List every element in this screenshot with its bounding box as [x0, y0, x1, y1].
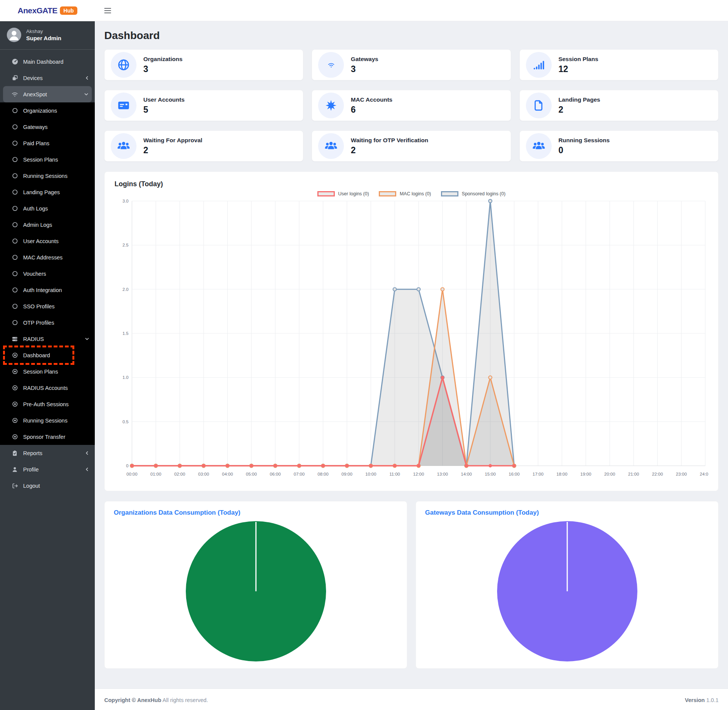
legend-item[interactable]: MAC logins (0) [379, 191, 431, 196]
burst-icon [318, 93, 344, 118]
data-point-marker [417, 464, 420, 468]
sidebar-item-vouchers[interactable]: Vouchers [0, 265, 95, 282]
stat-card-value: 3 [351, 64, 378, 74]
sidebar-item-devices[interactable]: Devices [0, 70, 95, 86]
stat-card-label: Gateways [351, 56, 378, 63]
stat-card-running-sessions[interactable]: Running Sessions0 [519, 130, 719, 162]
main-content: Dashboard Organizations3Gateways3Session… [95, 21, 728, 710]
stat-card-label: Waiting For Approval [143, 137, 202, 144]
hamburger-menu-icon[interactable] [104, 8, 111, 13]
stat-card-session-plans[interactable]: Session Plans12 [519, 49, 719, 80]
wifi-icon [318, 52, 344, 78]
sidebar-item-otp-profiles[interactable]: OTP Profiles [0, 314, 95, 331]
stat-card-value: 2 [351, 145, 428, 156]
legend-label: Sponsored logins (0) [462, 191, 505, 196]
stat-card-value: 5 [143, 105, 185, 115]
stat-card-organizations[interactable]: Organizations3 [104, 49, 303, 80]
sidebar-item-running-sessions[interactable]: Running Sessions [0, 412, 95, 429]
dot-circle-icon [11, 368, 18, 375]
data-point-marker [513, 464, 516, 468]
stat-card-label: Organizations [143, 56, 182, 63]
sidebar-item-logout[interactable]: Logout [0, 478, 95, 494]
chart-legend: User logins (0)MAC logins (0)Sponsored l… [115, 191, 708, 196]
sidebar-item-session-plans[interactable]: Session Plans [0, 151, 95, 168]
stat-card-waiting-for-approval[interactable]: Waiting For Approval2 [104, 130, 303, 162]
dot-circle-icon [11, 417, 18, 424]
footer-version: Version 1.0.1 [685, 697, 719, 703]
legend-label: User logins (0) [338, 191, 369, 196]
chevron-down-icon [84, 92, 89, 97]
stat-card-waiting-for-otp-verification[interactable]: Waiting for OTP Verification2 [312, 130, 511, 162]
circle-icon [11, 107, 18, 114]
sidebar-item-sponsor-transfer[interactable]: Sponsor Transfer [0, 429, 95, 445]
circle-icon [11, 270, 18, 277]
svg-text:18:00: 18:00 [557, 472, 568, 476]
stat-card-gateways[interactable]: Gateways3 [312, 49, 511, 80]
devices-icon [11, 75, 18, 82]
sidebar-item-label: Sponsor Transfer [23, 434, 65, 440]
sidebar-item-running-sessions[interactable]: Running Sessions [0, 168, 95, 184]
avatar [7, 28, 21, 42]
data-point-marker [489, 376, 492, 379]
legend-item[interactable]: Sponsored logins (0) [441, 191, 505, 196]
chevron-left-icon [85, 451, 89, 456]
line-chart-svg: 00.51.01.52.02.53.000:0001:0002:0003:000… [115, 197, 708, 485]
sidebar-item-gateways[interactable]: Gateways [0, 119, 95, 135]
sidebar-item-sso-profiles[interactable]: SSO Profiles [0, 298, 95, 314]
svg-text:07:00: 07:00 [294, 472, 305, 476]
svg-text:09:00: 09:00 [342, 472, 353, 476]
svg-text:20:00: 20:00 [604, 472, 615, 476]
sidebar-item-dashboard[interactable]: Dashboard [0, 347, 95, 363]
pie-slice[interactable] [497, 521, 637, 661]
stat-card-user-accounts[interactable]: User Accounts5 [104, 90, 303, 121]
page-title: Dashboard [95, 21, 728, 49]
sidebar-item-main-dashboard[interactable]: Main Dashboard [0, 53, 95, 70]
sidebar-item-radius-accounts[interactable]: RADIUS Accounts [0, 380, 95, 396]
sidebar-item-paid-plans[interactable]: Paid Plans [0, 135, 95, 151]
svg-text:22:00: 22:00 [652, 472, 663, 476]
data-point-marker [178, 464, 182, 468]
sidebar-item-organizations[interactable]: Organizations [0, 102, 95, 119]
svg-text:24:00: 24:00 [700, 472, 708, 476]
sidebar-item-label: RADIUS Accounts [23, 385, 68, 391]
data-point-marker [226, 464, 229, 468]
circle-icon [11, 205, 18, 212]
sidebar-item-admin-logs[interactable]: Admin Logs [0, 217, 95, 233]
svg-text:0: 0 [126, 463, 129, 468]
stat-card-landing-pages[interactable]: Landing Pages2 [519, 90, 719, 121]
circle-icon [11, 303, 18, 310]
sidebar: AnexGATE Hub Akshay Super Admin Main Das… [0, 0, 95, 710]
people-icon [111, 133, 136, 159]
pie-slice[interactable] [186, 521, 326, 661]
dot-circle-icon [11, 352, 18, 359]
stat-card-mac-accounts[interactable]: MAC Accounts6 [312, 90, 511, 121]
sidebar-item-landing-pages[interactable]: Landing Pages [0, 184, 95, 200]
sidebar-item-auth-integration[interactable]: Auth Integration [0, 282, 95, 298]
sidebar-item-label: Session Plans [23, 369, 58, 375]
sidebar-item-label: Dashboard [23, 352, 50, 358]
sidebar-item-mac-addresses[interactable]: MAC Addresses [0, 249, 95, 265]
sidebar-item-auth-logs[interactable]: Auth Logs [0, 200, 95, 217]
dot-circle-icon [11, 434, 18, 440]
svg-text:23:00: 23:00 [676, 472, 687, 476]
svg-text:11:00: 11:00 [389, 472, 400, 476]
sidebar-item-radius[interactable]: RADIUS [0, 331, 95, 347]
svg-text:16:00: 16:00 [509, 472, 520, 476]
sidebar-item-profile[interactable]: Profile [0, 461, 95, 478]
sidebar-item-pre-auth-sessions[interactable]: Pre-Auth Sessions [0, 396, 95, 412]
sidebar-item-reports[interactable]: Reports [0, 445, 95, 461]
sidebar-item-label: User Accounts [23, 238, 59, 244]
pie-title: Organizations Data Consumption (Today) [114, 509, 398, 517]
logins-line-chart: 00.51.01.52.02.53.000:0001:0002:0003:000… [115, 197, 708, 486]
data-point-marker [393, 287, 397, 291]
sidebar-item-user-accounts[interactable]: User Accounts [0, 233, 95, 249]
sidebar-item-label: Organizations [23, 108, 57, 114]
sidebar-item-anexspot[interactable]: AnexSpot [3, 86, 92, 102]
sidebar-item-label: Logout [23, 483, 40, 489]
footer-copyright: Copyright © AnexHub All rights reserved. [104, 697, 208, 703]
sidebar-item-label: AnexSpot [23, 91, 47, 97]
stat-cards-grid: Organizations3Gateways3Session Plans12Us… [95, 49, 728, 162]
sidebar-item-session-plans[interactable]: Session Plans [0, 363, 95, 380]
legend-item[interactable]: User logins (0) [317, 191, 369, 196]
dot-circle-icon [11, 385, 18, 391]
